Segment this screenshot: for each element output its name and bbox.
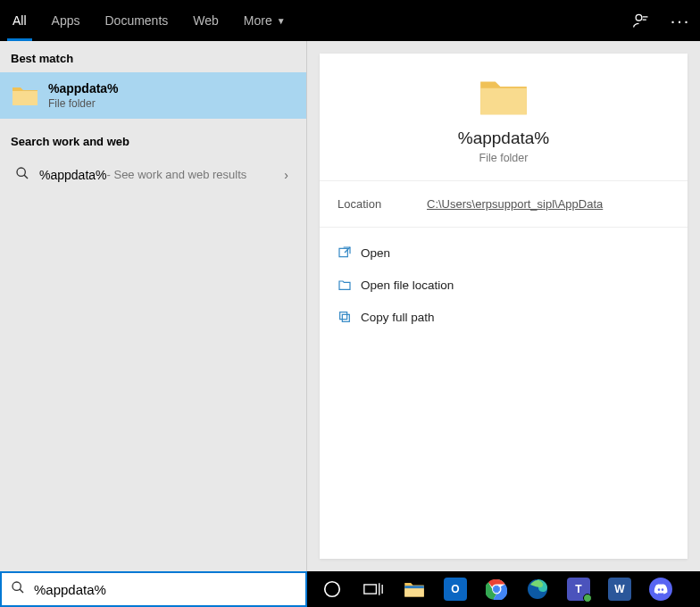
- web-search-result[interactable]: %appdata% - See work and web results ›: [0, 155, 306, 194]
- svg-rect-3: [339, 248, 347, 256]
- svg-rect-9: [364, 585, 377, 594]
- svg-point-6: [12, 582, 21, 590]
- tab-label: More: [244, 13, 272, 28]
- tab-label: All: [12, 13, 27, 28]
- search-icon: [11, 580, 25, 598]
- open-icon: [338, 245, 361, 260]
- svg-point-8: [325, 582, 340, 597]
- feedback-icon[interactable]: [621, 0, 661, 41]
- best-match-header: Best match: [0, 41, 306, 72]
- preview-title: %appdata%: [329, 129, 679, 148]
- folder-open-icon: [338, 278, 361, 292]
- svg-point-15: [494, 586, 500, 593]
- best-match-result[interactable]: %appdata% File folder: [0, 72, 306, 119]
- svg-rect-4: [342, 314, 349, 321]
- open-location-action[interactable]: Open file location: [325, 269, 682, 301]
- tab-apps[interactable]: Apps: [39, 0, 93, 41]
- folder-icon: [479, 75, 529, 118]
- tab-label: Apps: [52, 13, 80, 28]
- web-query: %appdata%: [39, 168, 107, 182]
- results-list: Best match %appdata% File folder Search …: [0, 41, 307, 571]
- taskbar-edge[interactable]: [518, 571, 557, 607]
- result-text: %appdata% File folder: [48, 81, 119, 110]
- search-scope-tabs: All Apps Documents Web More ▼ ···: [0, 0, 700, 41]
- folder-icon: [11, 81, 39, 110]
- taskbar-chrome[interactable]: [477, 571, 516, 607]
- svg-line-7: [20, 589, 23, 593]
- work-web-header: Search work and web: [0, 119, 306, 155]
- preview-card: %appdata% File folder Location C:\Users\…: [320, 54, 688, 559]
- chevron-right-icon: ›: [279, 168, 294, 182]
- tab-label: Web: [193, 13, 219, 28]
- taskbar-task-view[interactable]: [354, 571, 393, 607]
- taskbar-word[interactable]: W: [600, 571, 639, 607]
- more-options-icon[interactable]: ···: [661, 0, 700, 41]
- result-title: %appdata%: [48, 81, 119, 96]
- svg-line-2: [24, 175, 28, 179]
- svg-point-1: [17, 168, 25, 176]
- taskbar-discord[interactable]: [641, 571, 680, 607]
- svg-point-0: [636, 14, 642, 21]
- chevron-down-icon: ▼: [277, 16, 286, 26]
- search-results-area: Best match %appdata% File folder Search …: [0, 41, 700, 571]
- tab-all[interactable]: All: [0, 0, 39, 41]
- copy-path-action[interactable]: Copy full path: [325, 301, 682, 333]
- tab-web[interactable]: Web: [180, 0, 231, 41]
- action-label: Open file location: [361, 279, 454, 292]
- preview-pane: %appdata% File folder Location C:\Users\…: [307, 41, 700, 571]
- svg-rect-5: [340, 312, 347, 320]
- tab-label: Documents: [104, 13, 168, 28]
- tab-more[interactable]: More ▼: [231, 0, 298, 41]
- web-hint: - See work and web results: [107, 168, 247, 181]
- action-label: Open: [361, 246, 390, 260]
- search-icon: [12, 166, 32, 183]
- taskbar: O T W: [307, 571, 700, 607]
- taskbar-teams[interactable]: T: [559, 571, 598, 607]
- result-subtitle: File folder: [48, 97, 119, 110]
- taskbar-file-explorer[interactable]: [395, 571, 434, 607]
- taskbar-cortana[interactable]: [312, 571, 352, 607]
- open-action[interactable]: Open: [325, 237, 682, 269]
- preview-subtitle: File folder: [329, 152, 679, 164]
- location-row: Location C:\Users\erpsupport_sipl\AppDat…: [320, 181, 688, 228]
- preview-header: %appdata% File folder: [320, 54, 688, 181]
- location-path[interactable]: C:\Users\erpsupport_sipl\AppData: [427, 197, 603, 211]
- tab-documents[interactable]: Documents: [92, 0, 180, 41]
- search-input[interactable]: [34, 582, 296, 597]
- action-label: Copy full path: [361, 311, 435, 324]
- taskbar-outlook[interactable]: O: [436, 571, 475, 607]
- search-box[interactable]: [0, 571, 307, 607]
- preview-actions: Open Open file location Copy full path: [320, 228, 688, 342]
- location-label: Location: [338, 197, 427, 211]
- copy-icon: [338, 310, 361, 324]
